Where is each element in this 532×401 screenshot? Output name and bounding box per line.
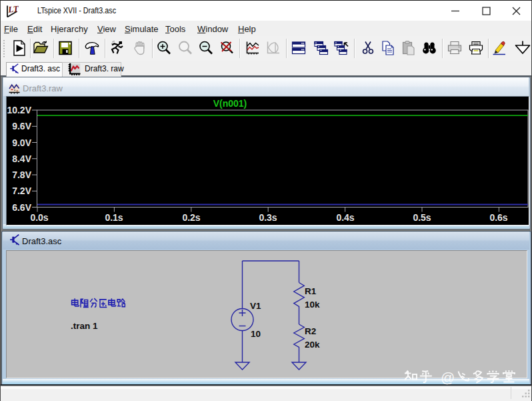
svg-text:9.0V: 9.0V xyxy=(12,137,31,148)
svg-text:0.6s: 0.6s xyxy=(489,212,507,223)
svg-text:0.5s: 0.5s xyxy=(413,212,431,223)
svg-text:.tran 1: .tran 1 xyxy=(71,321,98,331)
svg-text:0.3s: 0.3s xyxy=(259,212,277,223)
svg-text:7.8V: 7.8V xyxy=(12,169,31,180)
svg-text:V1: V1 xyxy=(250,301,261,311)
svg-text:20k: 20k xyxy=(305,340,320,350)
svg-text:10: 10 xyxy=(251,329,261,339)
svg-text:7.2V: 7.2V xyxy=(12,185,31,196)
svg-text:0.4s: 0.4s xyxy=(336,212,354,223)
svg-text:0.1s: 0.1s xyxy=(105,212,123,223)
svg-text:LT: LT xyxy=(7,3,19,15)
svg-text:8.4V: 8.4V xyxy=(12,153,31,164)
svg-text:10k: 10k xyxy=(305,300,320,310)
svg-text:10.2V: 10.2V xyxy=(7,105,31,115)
svg-text:0.2s: 0.2s xyxy=(182,212,200,223)
svg-text:9.6V: 9.6V xyxy=(12,121,31,131)
svg-text:@: @ xyxy=(441,370,455,385)
svg-text:0.0s: 0.0s xyxy=(30,212,48,223)
svg-text:V(n001): V(n001) xyxy=(213,98,247,109)
svg-text:R2: R2 xyxy=(305,326,316,336)
svg-text:R1: R1 xyxy=(305,286,317,296)
svg-text:6.6V: 6.6V xyxy=(12,202,31,213)
